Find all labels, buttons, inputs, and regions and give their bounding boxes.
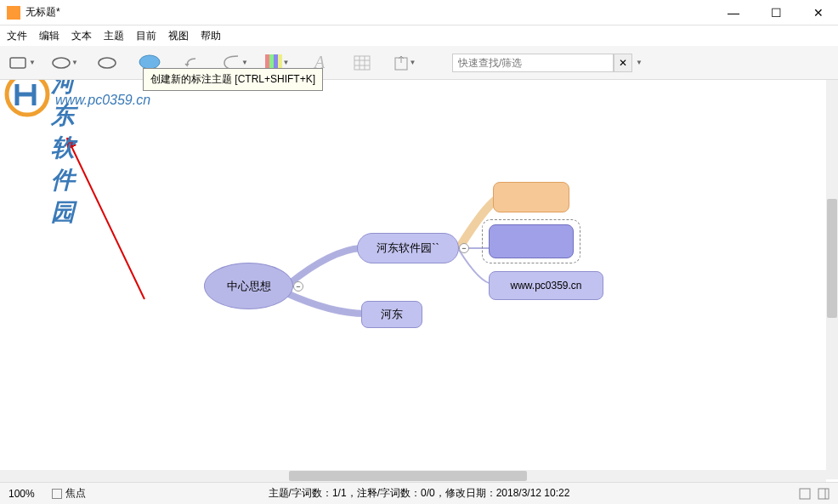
menu-edit[interactable]: 编辑 <box>39 29 59 43</box>
new-subtopic-button[interactable]: ▼ <box>51 49 78 76</box>
window-controls: — ☐ ✕ <box>721 4 831 21</box>
svg-point-14 <box>7 80 48 115</box>
statusbar: 100% 焦点 主题/字词数：1/1，注释/字词数：0/0，修改日期：2018/… <box>0 482 838 504</box>
checkbox-icon <box>52 489 62 499</box>
annotation-arrow <box>64 138 166 308</box>
status-icons <box>799 488 830 500</box>
svg-rect-17 <box>818 489 829 499</box>
chevron-down-icon: ▼ <box>410 59 416 66</box>
focus-checkbox[interactable]: 焦点 <box>52 486 86 501</box>
close-button[interactable]: ✕ <box>806 4 831 21</box>
node-main-topic[interactable]: 河东软件园`` <box>357 233 459 263</box>
new-floating-button[interactable] <box>93 49 121 76</box>
subtopic-icon <box>51 55 71 71</box>
chevron-down-icon: ▼ <box>71 59 78 66</box>
panel-icon[interactable] <box>818 488 830 500</box>
export-button[interactable]: ▼ <box>391 49 418 76</box>
collapse-button[interactable]: − <box>459 243 469 253</box>
chevron-down-icon: ▼ <box>29 59 36 66</box>
chevron-down-icon[interactable]: ▼ <box>636 59 643 66</box>
scrollbar-vertical[interactable] <box>826 80 838 479</box>
scrollbar-thumb[interactable] <box>827 199 837 318</box>
node-url[interactable]: www.pc0359.cn <box>489 271 603 300</box>
watermark-logo-icon <box>4 80 51 118</box>
node-annotation[interactable] <box>493 182 569 212</box>
tooltip: 创建新的标注主题 [CTRL+SHIFT+K] <box>143 68 323 91</box>
search-box: ✕ ▼ <box>452 54 643 72</box>
toolbar: ▼ ▼ ▼ ▼ A ▼ ✕ ▼ <box>0 46 838 80</box>
menu-file[interactable]: 文件 <box>7 29 27 43</box>
maximize-button[interactable]: ☐ <box>763 4 789 21</box>
export-icon <box>394 54 409 71</box>
svg-point-2 <box>99 58 116 68</box>
menubar: 文件 编辑 文本 主题 目前 视图 帮助 <box>0 25 838 46</box>
svg-point-3 <box>139 55 160 69</box>
app-icon <box>7 6 20 20</box>
node-selected[interactable] <box>489 224 574 258</box>
svg-rect-8 <box>354 56 370 70</box>
search-clear-button[interactable]: ✕ <box>614 54 632 72</box>
menu-topic[interactable]: 主题 <box>104 29 124 43</box>
svg-rect-16 <box>800 489 810 499</box>
collapse-button[interactable]: − <box>293 281 303 292</box>
svg-rect-0 <box>10 58 25 68</box>
node-center[interactable]: 中心思想 <box>204 263 293 309</box>
menu-text[interactable]: 文本 <box>71 29 92 43</box>
watermark-url: www.pc0359.cn <box>55 93 150 108</box>
focus-label: 焦点 <box>65 486 86 501</box>
svg-line-15 <box>71 144 144 299</box>
scrollbar-horizontal[interactable] <box>0 470 826 482</box>
window-title: 无标题* <box>25 5 721 20</box>
menu-current[interactable]: 目前 <box>136 29 156 43</box>
zoom-level[interactable]: 100% <box>8 488 35 500</box>
minimize-button[interactable]: — <box>721 4 746 21</box>
menu-view[interactable]: 视图 <box>168 29 189 43</box>
canvas[interactable]: 河东软件园 www.pc0359.cn 中心思想 − 河东软件园`` − 河东 … <box>0 80 838 479</box>
chevron-down-icon: ▼ <box>283 59 290 66</box>
table-button[interactable] <box>348 49 376 76</box>
status-text: 主题/字词数：1/1，注释/字词数：0/0，修改日期：2018/3/12 10:… <box>269 486 570 501</box>
view-icon[interactable] <box>799 488 811 500</box>
floating-icon <box>97 55 117 71</box>
chevron-down-icon: ▼ <box>241 59 248 66</box>
node-child[interactable]: 河东 <box>361 301 422 328</box>
search-input[interactable] <box>452 54 614 72</box>
topic-icon <box>8 54 28 71</box>
titlebar: 无标题* — ☐ ✕ <box>0 0 838 25</box>
new-topic-button[interactable]: ▼ <box>8 49 36 76</box>
menu-help[interactable]: 帮助 <box>201 29 221 43</box>
table-icon <box>354 55 371 71</box>
scrollbar-thumb[interactable] <box>289 471 527 481</box>
svg-point-1 <box>53 58 70 68</box>
